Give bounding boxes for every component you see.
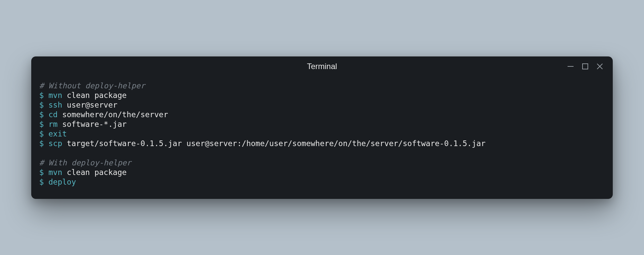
args: somewhere/on/the/server (57, 110, 168, 119)
prompt: $ (39, 139, 49, 148)
command-line: $ mvn clean package (39, 168, 605, 177)
prompt: $ (39, 129, 49, 138)
prompt: $ (39, 110, 49, 119)
blank-line (39, 148, 605, 158)
comment-line: # Without deploy-helper (39, 81, 605, 91)
maximize-icon (582, 63, 589, 70)
titlebar: Terminal (31, 56, 613, 76)
args: target/software-0.1.5.jar user@server:/h… (62, 139, 485, 148)
command-line: $ ssh user@server (39, 100, 605, 110)
prompt: $ (39, 120, 49, 128)
command: scp (49, 139, 62, 148)
prompt: $ (39, 91, 49, 100)
comment-line: # With deploy-helper (39, 158, 605, 168)
command-line: $ cd somewhere/on/the/server (39, 110, 605, 120)
prompt: $ (39, 101, 49, 109)
command-line: $ mvn clean package (39, 91, 605, 100)
close-button[interactable] (595, 62, 604, 71)
command-line: $ scp target/software-0.1.5.jar user@ser… (39, 139, 605, 148)
terminal-body[interactable]: # Without deploy-helper $ mvn clean pack… (31, 76, 613, 199)
args: user@server (62, 101, 117, 109)
command: ssh (49, 101, 62, 109)
prompt: $ (39, 178, 49, 186)
command-line: $ rm software-*.jar (39, 120, 605, 129)
maximize-button[interactable] (581, 62, 590, 71)
command: cd (49, 110, 58, 119)
minimize-button[interactable] (566, 62, 575, 71)
minimize-icon (567, 63, 574, 70)
terminal-window: Terminal # Without deploy-helper $ (31, 56, 613, 199)
args: clean package (62, 91, 127, 100)
close-icon (596, 63, 603, 70)
command: mvn (49, 168, 62, 177)
command: rm (49, 120, 58, 128)
svg-rect-1 (583, 64, 588, 69)
command-line: $ deploy (39, 177, 605, 187)
command: exit (49, 129, 67, 138)
command: mvn (49, 91, 62, 100)
args: clean package (62, 168, 127, 177)
args: software-*.jar (57, 120, 127, 128)
command: deploy (49, 178, 76, 186)
command-line: $ exit (39, 129, 605, 139)
window-title: Terminal (307, 62, 337, 71)
prompt: $ (39, 168, 49, 177)
window-controls (566, 56, 604, 76)
